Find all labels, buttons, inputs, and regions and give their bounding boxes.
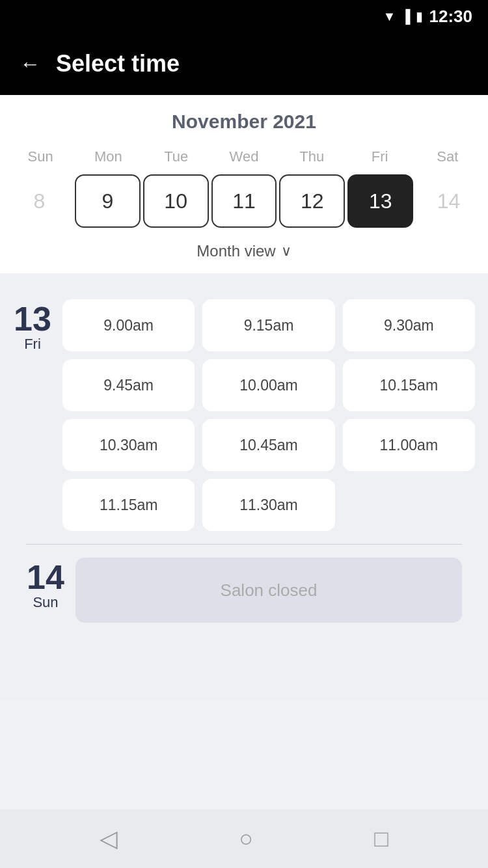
chevron-down-icon: ∨ xyxy=(281,243,291,260)
day-name-14: Sun xyxy=(33,594,58,611)
time-slot-915[interactable]: 9.15am xyxy=(202,299,334,351)
date-cell-12[interactable]: 12 xyxy=(279,174,345,228)
date-cell-11[interactable]: 11 xyxy=(211,174,277,228)
time-slot-945[interactable]: 9.45am xyxy=(62,359,195,411)
status-time: 12:30 xyxy=(429,7,473,27)
month-view-toggle[interactable]: Month view ∨ xyxy=(0,233,488,273)
weekday-tue: Tue xyxy=(142,144,210,169)
status-bar: ▼ ▐ ▮ 12:30 xyxy=(0,0,488,33)
time-slot-1100[interactable]: 11.00am xyxy=(343,419,475,471)
weekday-thu: Thu xyxy=(278,144,346,169)
battery-icon: ▮ xyxy=(416,8,423,24)
weekday-row: Sun Mon Tue Wed Thu Fri Sat xyxy=(0,144,488,169)
salon-closed-panel: Salon closed xyxy=(75,558,462,623)
day-number-13: 13 xyxy=(14,302,51,336)
slots-section: 13 Fri 9.00am 9.15am 9.30am 9.45am 10.00… xyxy=(0,273,488,701)
time-slot-1130[interactable]: 11.30am xyxy=(202,479,334,531)
time-slot-900[interactable]: 9.00am xyxy=(62,299,195,351)
status-icons: ▼ ▐ ▮ xyxy=(383,8,423,24)
slots-grid-13: 9.00am 9.15am 9.30am 9.45am 10.00am 10.1… xyxy=(62,299,475,531)
wifi-icon: ▼ xyxy=(383,9,396,24)
day-label-13: 13 Fri xyxy=(13,299,52,531)
day-number-14: 14 xyxy=(27,560,64,594)
calendar-section: November 2021 Sun Mon Tue Wed Thu Fri Sa… xyxy=(0,95,488,273)
nav-recent-icon[interactable]: □ xyxy=(374,825,388,852)
day-name-13: Fri xyxy=(24,336,41,353)
date-row: 8 9 10 11 12 13 14 xyxy=(0,169,488,233)
page-title: Select time xyxy=(56,50,180,77)
date-cell-10[interactable]: 10 xyxy=(143,174,209,228)
time-slot-1030[interactable]: 10.30am xyxy=(62,419,195,471)
header: ← Select time xyxy=(0,33,488,95)
day-block-14: 14 Sun Salon closed xyxy=(13,545,475,636)
weekday-sun: Sun xyxy=(7,144,74,169)
weekday-fri: Fri xyxy=(346,144,413,169)
date-cell-13[interactable]: 13 xyxy=(347,174,413,228)
weekday-sat: Sat xyxy=(414,144,481,169)
month-view-label: Month view xyxy=(197,242,275,260)
weekday-mon: Mon xyxy=(74,144,142,169)
time-slot-1000[interactable]: 10.00am xyxy=(202,359,334,411)
weekday-wed: Wed xyxy=(210,144,278,169)
time-slot-930[interactable]: 9.30am xyxy=(343,299,475,351)
nav-home-icon[interactable]: ○ xyxy=(239,825,253,852)
nav-back-icon[interactable]: ◁ xyxy=(100,825,118,852)
time-slot-1015[interactable]: 10.15am xyxy=(343,359,475,411)
back-button[interactable]: ← xyxy=(20,52,40,76)
date-cell-14[interactable]: 14 xyxy=(416,174,481,228)
month-year-label: November 2021 xyxy=(0,111,488,133)
day-block-13: 13 Fri 9.00am 9.15am 9.30am 9.45am 10.00… xyxy=(13,286,475,544)
time-slot-1115[interactable]: 11.15am xyxy=(62,479,195,531)
time-slot-1045[interactable]: 10.45am xyxy=(202,419,334,471)
signal-icon: ▐ xyxy=(401,9,410,24)
date-cell-9[interactable]: 9 xyxy=(75,174,141,228)
salon-closed-text: Salon closed xyxy=(221,580,318,601)
date-cell-8[interactable]: 8 xyxy=(7,174,72,228)
bottom-nav: ◁ ○ □ xyxy=(0,809,488,868)
bottom-spacer xyxy=(13,636,475,701)
day-label-14: 14 Sun xyxy=(26,558,65,623)
